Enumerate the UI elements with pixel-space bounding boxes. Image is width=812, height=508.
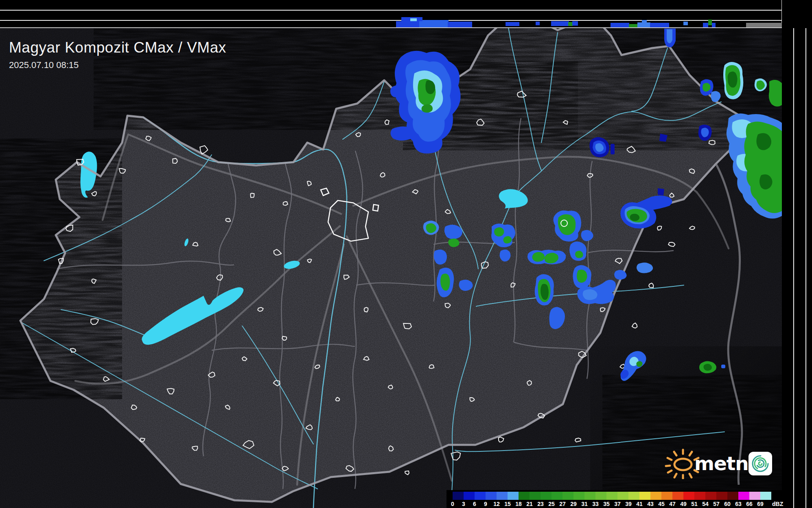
legend-cell xyxy=(508,492,519,500)
legend-tick-label: 12 xyxy=(493,501,500,507)
profile-echo-block xyxy=(536,22,540,25)
legend-tick-label: 43 xyxy=(647,501,654,507)
profile-echo-block xyxy=(396,21,421,27)
legend-tick-label: 29 xyxy=(570,501,577,507)
timestamp: 2025.07.10 08:15 xyxy=(9,60,226,70)
legend-tick-label: 66 xyxy=(746,501,753,507)
legend-unit-label: dBZ xyxy=(772,501,783,507)
metnet-app-icon xyxy=(748,451,773,476)
profile-echo-block xyxy=(410,18,417,21)
legend-cell xyxy=(606,492,617,500)
page-title: Magyar Kompozit CMax / VMax xyxy=(9,39,226,56)
legend-tick-label: 60 xyxy=(724,501,731,507)
right-profile-panel xyxy=(782,0,812,508)
legend-tick-label: 69 xyxy=(757,501,764,507)
metnet-logo: metnet xyxy=(664,446,774,479)
legend-tick-label: 6 xyxy=(473,501,476,507)
radar-screen: 10 5 5 10 Magyar Kompozit CMax / VMax 20… xyxy=(0,0,812,508)
legend-cell xyxy=(453,492,464,500)
profile-echo-block xyxy=(642,20,647,24)
profile-echo-block xyxy=(712,23,716,27)
legend-cell xyxy=(573,492,584,500)
profile-echo-block xyxy=(683,22,688,25)
top-profile-panel: 10 5 5 10 xyxy=(0,0,812,28)
legend-tick-label: 63 xyxy=(735,501,742,507)
top-profile-5km-line xyxy=(0,20,781,21)
radar-map xyxy=(0,0,812,508)
legend-tick-label: 23 xyxy=(537,501,544,507)
dbz-legend: 0369121518212325272931333537394143454749… xyxy=(446,490,782,508)
legend-cell xyxy=(617,492,628,500)
legend-cell xyxy=(716,492,727,500)
legend-cell xyxy=(464,492,475,500)
legend-tick-label: 18 xyxy=(515,501,522,507)
profile-echo-block xyxy=(708,20,712,25)
legend-cell xyxy=(683,492,694,500)
legend-tick-label: 47 xyxy=(669,501,676,507)
legend-tick-label: 35 xyxy=(603,501,610,507)
legend-tick-label: 37 xyxy=(614,501,621,507)
terrain-grain xyxy=(0,28,782,508)
legend-cell xyxy=(595,492,606,500)
profile-echo-block xyxy=(506,22,519,26)
legend-cell xyxy=(694,492,705,500)
dbz-tick-labels: 0369121518212325272931333537394143454749… xyxy=(453,501,778,507)
legend-cell xyxy=(486,492,497,500)
legend-tick-label: 27 xyxy=(559,501,566,507)
legend-tick-label: 57 xyxy=(713,501,720,507)
legend-cell xyxy=(749,492,760,500)
legend-tick-label: 15 xyxy=(504,501,511,507)
profile-echo-block xyxy=(448,22,472,27)
legend-cell xyxy=(519,492,530,500)
legend-tick-label: 31 xyxy=(581,501,588,507)
legend-tick-label: 49 xyxy=(680,501,687,507)
legend-cell xyxy=(541,492,552,500)
title-block: Magyar Kompozit CMax / VMax 2025.07.10 0… xyxy=(9,39,226,70)
legend-tick-label: 9 xyxy=(484,501,487,507)
legend-tick-label: 33 xyxy=(592,501,599,507)
legend-cell xyxy=(672,492,683,500)
legend-cell xyxy=(705,492,716,500)
profile-echo-block xyxy=(611,23,629,27)
legend-cell xyxy=(650,492,661,500)
legend-tick-label: 51 xyxy=(691,501,698,507)
legend-cell xyxy=(530,492,541,500)
legend-cell xyxy=(738,492,749,500)
legend-cell xyxy=(639,492,650,500)
profile-echo-block xyxy=(419,20,449,27)
legend-tick-label: 0 xyxy=(451,501,454,507)
legend-tick-label: 41 xyxy=(636,501,643,507)
legend-tick-label: 45 xyxy=(658,501,665,507)
right-profile-10km-line xyxy=(805,28,806,508)
top-profile-10km-line xyxy=(0,10,781,11)
legend-cell xyxy=(584,492,595,500)
profile-echo-block xyxy=(572,21,578,26)
profile-echo-block xyxy=(551,21,569,26)
legend-cell xyxy=(661,492,672,500)
legend-tick-label: 21 xyxy=(526,501,533,507)
dbz-colorbar xyxy=(453,492,771,500)
profile-echo-block xyxy=(650,23,669,27)
legend-cell xyxy=(760,492,771,500)
profile-echo-block xyxy=(703,23,708,27)
legend-tick-label: 39 xyxy=(625,501,632,507)
legend-cell xyxy=(562,492,573,500)
profile-ground-line xyxy=(0,27,812,28)
legend-cell xyxy=(552,492,562,500)
legend-tick-label: 54 xyxy=(702,501,709,507)
right-profile-5km-line xyxy=(793,28,794,508)
legend-cell xyxy=(727,492,738,500)
legend-cell xyxy=(628,492,639,500)
legend-tick-label: 25 xyxy=(548,501,555,507)
legend-cell xyxy=(475,492,486,500)
legend-cell xyxy=(497,492,508,500)
legend-tick-label: 3 xyxy=(462,501,465,507)
